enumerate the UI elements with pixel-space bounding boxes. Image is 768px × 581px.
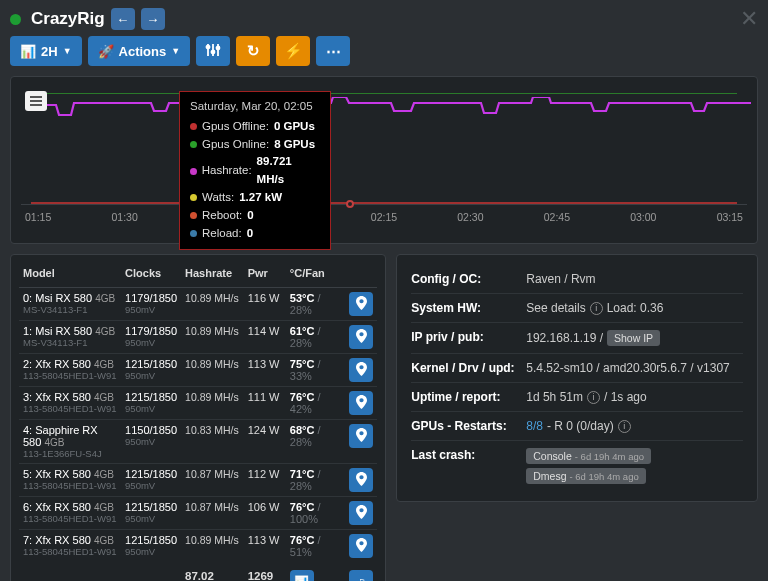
svg-point-3 (207, 45, 210, 48)
gpu-hashrate: 10.89 MH/s (181, 387, 244, 420)
gpus-online[interactable]: 8/8 (526, 419, 543, 433)
gpu-model: 6: Xfx RX 580 4GB (23, 501, 117, 513)
value-gpus: 8/8 - R 0 (0/day) i (526, 419, 743, 433)
info-icon[interactable]: i (618, 420, 631, 433)
th-clocks[interactable]: Clocks (121, 261, 181, 288)
label-kernel: Kernel / Drv / upd: (411, 361, 526, 375)
value-config: Raven / Rvm (526, 272, 743, 286)
gpu-voltage: 950mV (125, 370, 177, 381)
ellipsis-icon: ⋯ (326, 42, 341, 60)
show-ip-button[interactable]: Show IP (607, 330, 660, 346)
gpu-power: 113 W (244, 530, 286, 563)
gpu-hashrate: 10.89 MH/s (181, 288, 244, 321)
gpu-tempfan: 76°C / 42% (286, 387, 345, 420)
th-model[interactable]: Model (19, 261, 121, 288)
th-pwr[interactable]: Pwr (244, 261, 286, 288)
pin-icon (356, 395, 367, 412)
gpu-tempfan: 61°C / 28% (286, 321, 345, 354)
timerange-button[interactable]: 📊 2H ▼ (10, 36, 82, 66)
gpu-tempfan: 71°C / 28% (286, 464, 345, 497)
table-row: 0: Msi RX 580 4GBMS-V34113-F1 1179/18509… (19, 288, 377, 321)
chart-x-axis: 01:1501:3001:4502:0002:1502:3002:4503:00… (21, 205, 747, 223)
gpu-model: 7: Xfx RX 580 4GB (23, 534, 117, 546)
reload-icon: ↻ (247, 42, 260, 60)
actions-button[interactable]: 🚀 Actions ▼ (88, 36, 191, 66)
actions-label: Actions (119, 44, 167, 59)
gpu-hashrate: 10.89 MH/s (181, 321, 244, 354)
chart-toggle-button[interactable]: 📊 (290, 570, 314, 581)
music-button[interactable]: ♫ (349, 570, 373, 581)
tooltip-date: Saturday, Mar 20, 02:05 (190, 98, 320, 116)
gpu-model: 5: Xfx RX 580 4GB (23, 468, 117, 480)
table-row: 6: Xfx RX 580 4GB113-58045HED1-W91 1215/… (19, 497, 377, 530)
gpu-bios: 113-58045HED1-W91 (23, 403, 117, 414)
status-dot (10, 14, 21, 25)
gpu-model: 2: Xfx RX 580 4GB (23, 358, 117, 370)
tooltip-row: Reboot: 0 (190, 207, 320, 225)
total-hashrate: 87.02 MH/s (181, 562, 244, 581)
label-uptime: Uptime / report: (411, 390, 526, 404)
gpu-hashrate: 10.83 MH/s (181, 420, 244, 464)
tooltip-row: Gpus Offline: 0 GPUs (190, 118, 320, 136)
more-button[interactable]: ⋯ (316, 36, 350, 66)
gpu-locate-button[interactable] (349, 501, 373, 525)
lightning-icon: ⚡ (284, 42, 303, 60)
gpu-locate-button[interactable] (349, 292, 373, 316)
gpu-voltage: 950mV (125, 403, 177, 414)
tooltip-row: Hashrate: 89.721 MH/s (190, 153, 320, 189)
value-syshw: See details i Load: 0.36 (526, 301, 743, 315)
x-tick: 01:30 (111, 211, 137, 223)
info-icon[interactable]: i (587, 391, 600, 404)
table-row: 3: Xfx RX 580 4GB113-58045HED1-W91 1215/… (19, 387, 377, 420)
gpu-locate-button[interactable] (349, 391, 373, 415)
gpu-locate-button[interactable] (349, 424, 373, 448)
gpu-clocks: 1215/1850 (125, 358, 177, 370)
value-ip: 192.168.1.19 / Show IP (526, 330, 743, 346)
flash-button[interactable]: ⚡ (276, 36, 310, 66)
gpu-voltage: 950mV (125, 337, 177, 348)
x-tick: 02:30 (457, 211, 483, 223)
gpu-model: 3: Xfx RX 580 4GB (23, 391, 117, 403)
see-details-link[interactable]: See details (526, 301, 585, 315)
report-age: / 1s ago (604, 390, 647, 404)
sliders-icon (205, 42, 221, 61)
chart-area[interactable]: Saturday, Mar 20, 02:05 Gpus Offline: 0 … (21, 85, 747, 205)
nav-next-button[interactable]: → (141, 8, 165, 30)
nav-prev-button[interactable]: ← (111, 8, 135, 30)
table-row: 2: Xfx RX 580 4GB113-58045HED1-W91 1215/… (19, 354, 377, 387)
rig-title: CrazyRig (31, 9, 105, 29)
gpu-locate-button[interactable] (349, 325, 373, 349)
gpu-power: 111 W (244, 387, 286, 420)
gpu-power: 124 W (244, 420, 286, 464)
th-hashrate[interactable]: Hashrate (181, 261, 244, 288)
timerange-label: 2H (41, 44, 58, 59)
chart-menu-button[interactable] (25, 91, 47, 111)
close-icon[interactable]: ✕ (740, 6, 758, 32)
table-row: 5: Xfx RX 580 4GB113-58045HED1-W91 1215/… (19, 464, 377, 497)
gpu-clocks: 1179/1850 (125, 325, 177, 337)
info-icon[interactable]: i (590, 302, 603, 315)
gpu-locate-button[interactable] (349, 534, 373, 558)
console-button[interactable]: Console- 6d 19h 4m ago (526, 448, 651, 464)
gpu-table-panel: Model Clocks Hashrate Pwr °C/Fan 0: Msi … (10, 254, 386, 581)
gpu-locate-button[interactable] (349, 358, 373, 382)
reload-button[interactable]: ↻ (236, 36, 270, 66)
label-crash: Last crash: (411, 448, 526, 484)
chart-icon: 📊 (294, 575, 309, 581)
th-tempfan[interactable]: °C/Fan (286, 261, 345, 288)
table-row: 1: Msi RX 580 4GBMS-V34113-F1 1179/18509… (19, 321, 377, 354)
pin-icon (356, 538, 367, 555)
gpu-clocks: 1179/1850 (125, 292, 177, 304)
rocket-icon: 🚀 (98, 44, 114, 59)
chart-series-offline (31, 202, 737, 204)
sliders-button[interactable] (196, 36, 230, 66)
gpu-voltage: 950mV (125, 436, 177, 447)
gpu-bios: 113-58045HED1-W91 (23, 513, 117, 524)
gpu-clocks: 1215/1850 (125, 468, 177, 480)
chart-panel: Saturday, Mar 20, 02:05 Gpus Offline: 0 … (10, 76, 758, 244)
gpu-locate-button[interactable] (349, 468, 373, 492)
gpu-bios: MS-V34113-F1 (23, 304, 117, 315)
dmesg-button[interactable]: Dmesg- 6d 19h 4m ago (526, 468, 645, 484)
x-tick: 02:15 (371, 211, 397, 223)
gpu-power: 112 W (244, 464, 286, 497)
